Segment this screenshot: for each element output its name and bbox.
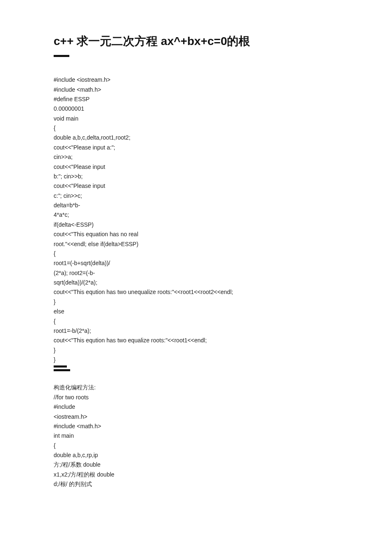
code-block-main: #include <iostream.h> #include <math.h> …	[54, 75, 338, 365]
document-page: c++ 求一元二次方程 ax^+bx+c=0的根 #include <iostr…	[0, 0, 392, 506]
page-title: c++ 求一元二次方程 ax^+bx+c=0的根	[54, 33, 338, 49]
separator-bar	[54, 369, 70, 371]
section-separator	[54, 365, 338, 371]
code-block-structured: 构造化编程方法: //for two roots #include <iostr…	[54, 383, 338, 489]
title-underline	[54, 55, 69, 57]
separator-bar	[54, 365, 67, 368]
